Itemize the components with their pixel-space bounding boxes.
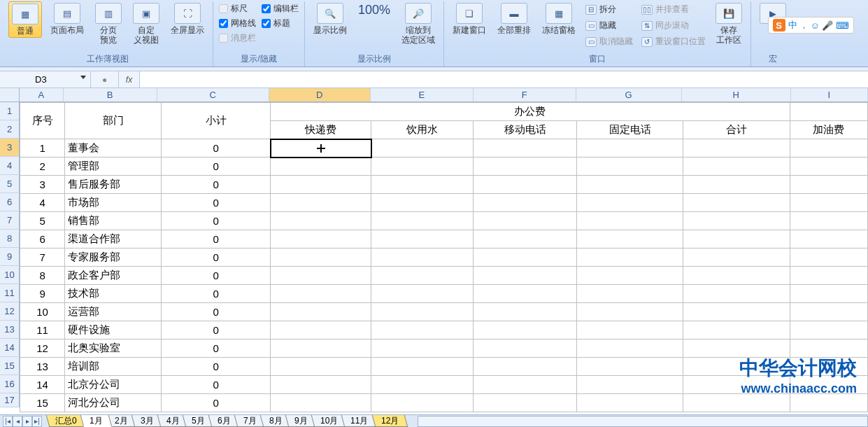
cell[interactable]: 北奥实验室 [65,340,162,358]
cell[interactable]: 移动电话 [474,121,577,139]
cell[interactable] [790,194,867,212]
arrange-all-button[interactable]: ▬全部重排 [495,1,534,36]
cell[interactable] [371,230,474,248]
cell[interactable]: 固定电话 [577,121,683,139]
cell[interactable] [683,248,790,267]
cell[interactable] [371,139,474,158]
formula-bar-checkbox[interactable]: 编辑栏 [262,3,299,15]
zoom-button[interactable]: 🔍显示比例 [311,1,350,36]
cell[interactable] [790,139,867,158]
cell[interactable]: 销售部 [65,212,162,230]
cell[interactable] [474,303,577,321]
cell[interactable] [577,321,683,340]
worksheet-grid[interactable]: ABCDEFGHI 1234567891011121314151617 序号部门… [0,88,868,414]
cell[interactable] [371,176,474,194]
cell[interactable] [683,230,790,248]
cell[interactable] [271,340,371,358]
col-header-E[interactable]: E [371,88,474,102]
ime-indicator[interactable]: S 中 ， ☺ 🎤 ⌨ [768,17,855,34]
col-header-H[interactable]: H [682,88,791,102]
horizontal-scrollbar[interactable] [418,416,868,427]
cell[interactable]: 合计 [683,121,790,139]
ruler-checkbox[interactable]: 标尺 [219,3,256,15]
row-header-5[interactable]: 5 [0,175,20,193]
new-window-button[interactable]: ❏新建窗口 [450,1,489,36]
cell[interactable]: 3 [20,176,65,194]
page-break-preview-button[interactable]: ▥分页 预览 [92,1,124,46]
cell[interactable] [271,376,371,394]
cell[interactable] [790,230,867,248]
cell[interactable] [474,285,577,303]
cell[interactable] [577,230,683,248]
row-header-1[interactable]: 1 [0,102,20,120]
col-header-F[interactable]: F [474,88,576,102]
freeze-panes-button[interactable]: ▦冻结窗格 [539,1,578,36]
cell[interactable]: 政企客户部 [65,267,162,285]
cell[interactable]: 管理部 [65,158,162,176]
cell[interactable] [790,267,867,285]
row-header-14[interactable]: 14 [0,339,20,357]
cell[interactable] [683,303,790,321]
cell[interactable] [577,212,683,230]
cell[interactable] [790,376,867,394]
cell[interactable]: 0 [161,394,270,412]
page-layout-button[interactable]: ▤页面布局 [48,1,87,36]
cell[interactable] [371,194,474,212]
cell[interactable] [371,248,474,267]
col-header-I[interactable]: I [791,88,868,102]
cell[interactable]: 9 [20,285,65,303]
cell[interactable]: 2 [20,158,65,176]
cell[interactable] [790,358,867,376]
cell[interactable]: 董事会 [65,139,162,158]
cell[interactable]: 0 [161,176,270,194]
row-header-4[interactable]: 4 [0,157,20,175]
cell[interactable] [271,139,371,158]
cell[interactable]: 0 [161,248,270,267]
cell[interactable] [474,358,577,376]
row-header-10[interactable]: 10 [0,266,20,284]
fx-button[interactable]: fx [119,71,140,88]
cell[interactable] [474,230,577,248]
cell[interactable] [577,285,683,303]
cell[interactable] [371,321,474,340]
reset-window-pos-button[interactable]: ↺重设窗口位置 [640,35,707,48]
cell[interactable] [790,212,867,230]
cell[interactable] [577,376,683,394]
row-header-9[interactable]: 9 [0,248,20,266]
cell[interactable] [474,321,577,340]
cell[interactable] [683,321,790,340]
tab-nav-buttons[interactable]: |◂ ◂ ▸ ▸| [0,416,45,427]
cell[interactable]: 0 [161,194,270,212]
cells-table[interactable]: 序号部门小计办公费快递费饮用水移动电话固定电话合计加油费1董事会02管理部03售… [20,102,868,412]
cell[interactable] [271,321,371,340]
cell[interactable]: 0 [161,321,270,340]
row-header-13[interactable]: 13 [0,321,20,339]
cell[interactable] [371,358,474,376]
cell[interactable]: 0 [161,340,270,358]
cell[interactable]: 小计 [161,103,270,139]
cell[interactable] [474,158,577,176]
split-button[interactable]: ⊟拆分 [584,3,634,16]
sync-scroll-button[interactable]: ⇅同步滚动 [640,19,707,32]
cell[interactable] [577,303,683,321]
cell[interactable] [577,394,683,412]
col-header-C[interactable]: C [157,88,269,102]
row-header-17[interactable]: 17 [0,393,20,407]
cell[interactable] [271,358,371,376]
col-header-B[interactable]: B [64,88,157,102]
sheet-tab[interactable]: 汇总0 [46,415,86,427]
cell[interactable] [790,285,867,303]
cell[interactable] [577,176,683,194]
unhide-button[interactable]: ▭取消隐藏 [584,35,634,48]
cell[interactable]: 0 [161,303,270,321]
cell[interactable] [371,340,474,358]
cell[interactable]: 饮用水 [371,121,474,139]
cell[interactable] [271,230,371,248]
tab-next-icon[interactable]: ▸ [22,416,32,427]
cell[interactable]: 北京分公司 [65,376,162,394]
cell[interactable] [790,340,867,358]
row-header-3[interactable]: 3 [0,139,20,157]
row-header-2[interactable]: 2 [0,120,20,139]
cell[interactable]: 4 [20,194,65,212]
normal-view-button[interactable]: ▦普通 [8,1,42,38]
